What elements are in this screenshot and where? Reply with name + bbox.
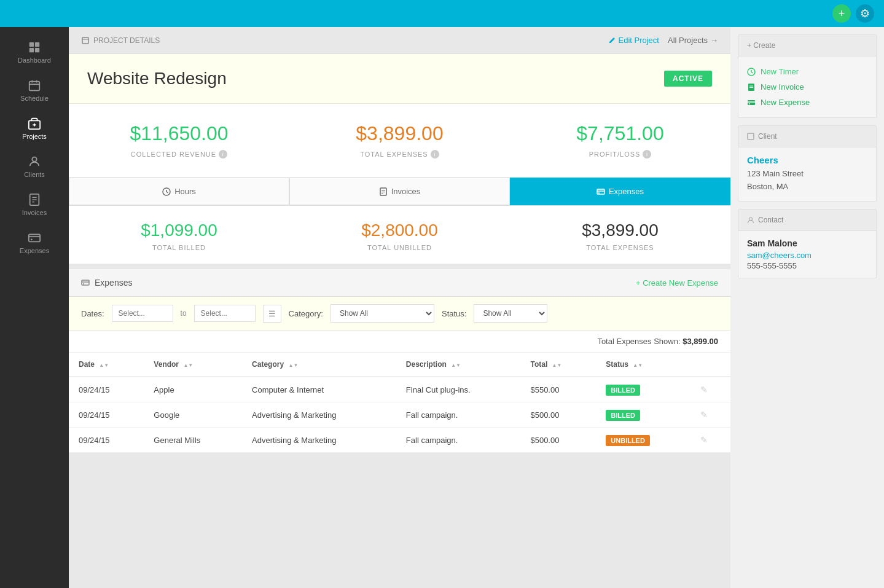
sub-stat-unbilled: $2,800.00 TOTAL UNBILLED [289,221,510,251]
profit-loss-label: PROFIT/LOSS i [510,150,730,159]
sub-stats-row: $1,099.00 TOTAL BILLED $2,800.00 TOTAL U… [69,206,730,264]
sidebar-item-dashboard[interactable]: Dashboard [0,33,69,71]
client-panel: Client Cheers 123 Main StreetBoston, MA [738,125,877,202]
add-button[interactable]: + [832,4,851,23]
new-timer-link[interactable]: New Timer [747,64,867,79]
sidebar-expenses-label: Expenses [20,247,49,254]
calendar-icon-button[interactable]: ☰ [263,305,281,323]
breadcrumb-text: PROJECT DETAILS [93,36,160,45]
status-filter-select[interactable]: Show All Billed Unbilled [474,304,547,323]
svg-point-31 [598,192,600,194]
cell-total: $500.00 [520,402,596,428]
create-panel-body: New Timer New Invoice New Expense [738,57,876,117]
col-status[interactable]: Status ▲▼ [596,353,690,377]
stats-row: $11,650.00 COLLECTED REVENUE i $3,899.00… [69,104,730,178]
svg-point-19 [31,238,33,240]
cell-edit[interactable]: ✎ [690,377,730,402]
date-to-input[interactable] [194,305,256,322]
svg-point-34 [83,283,84,284]
cell-edit[interactable]: ✎ [690,428,730,453]
sub-stat-unbilled-label: TOTAL UNBILLED [289,244,510,251]
new-invoice-link[interactable]: New Invoice [747,79,867,95]
project-header-actions: Edit Project All Projects → [608,36,718,45]
create-expense-link[interactable]: + Create New Expense [636,278,718,288]
profit-loss-value: $7,751.00 [510,122,730,145]
contact-email[interactable]: sam@cheers.com [747,251,867,260]
edit-icon[interactable]: ✎ [700,385,708,394]
project-title: Website Redesign [87,69,227,88]
svg-rect-44 [748,133,754,139]
main-content: PROJECT DETAILS Edit Project All Project… [69,27,730,588]
status-badge-billed: BILLED [606,385,640,396]
contact-panel-header: Contact [738,210,876,231]
contact-name: Sam Malone [747,238,867,248]
cell-status: BILLED [596,402,690,428]
sidebar-item-expenses[interactable]: Expenses [0,224,69,262]
sidebar-item-invoices[interactable]: Invoices [0,186,69,224]
new-invoice-label: New Invoice [761,82,804,92]
col-description[interactable]: Description ▲▼ [396,353,521,377]
svg-rect-29 [597,189,604,194]
svg-rect-32 [82,280,89,285]
col-total[interactable]: Total ▲▼ [520,353,596,377]
sidebar-item-projects[interactable]: Projects [0,109,69,147]
top-nav-actions: + ⚙ [832,4,874,23]
dates-filter-label: Dates: [81,309,104,318]
col-date[interactable]: Date ▲▼ [69,353,144,377]
all-projects-link[interactable]: All Projects → [668,36,718,45]
stat-collected-revenue: $11,650.00 COLLECTED REVENUE i [69,122,289,159]
sidebar-item-schedule[interactable]: Schedule [0,71,69,109]
table-row: 09/24/15 General Mills Advertising & Mar… [69,428,730,453]
sidebar-item-clients[interactable]: Clients [0,147,69,186]
cell-category: Computer & Internet [242,377,396,402]
client-panel-body: Cheers 123 Main StreetBoston, MA [738,147,876,201]
tab-expenses[interactable]: Expenses [510,178,730,205]
cell-status: UNBILLED [596,428,690,453]
edit-icon[interactable]: ✎ [700,410,708,420]
sub-stat-total-label: TOTAL EXPENSES [510,244,730,251]
filters-row: Dates: to ☰ Category: Show All Computer … [69,297,730,331]
sidebar-schedule-label: Schedule [20,95,49,102]
client-name[interactable]: Cheers [747,155,867,165]
collected-revenue-info-icon: i [219,150,227,159]
cell-vendor: Apple [144,377,242,402]
expenses-table: Date ▲▼ Vendor ▲▼ Category ▲▼ Descriptio… [69,353,730,453]
expenses-section-title: Expenses [95,278,132,288]
expenses-header-left: Expenses [81,278,132,288]
col-vendor[interactable]: Vendor ▲▼ [144,353,242,377]
status-badge-unbilled: UNBILLED [606,435,650,446]
sidebar-projects-label: Projects [22,133,47,140]
svg-rect-1 [29,42,34,47]
settings-button[interactable]: ⚙ [856,4,874,23]
edit-project-link[interactable]: Edit Project [608,36,659,45]
tab-invoices[interactable]: Invoices [289,178,510,205]
sub-stat-billed: $1,099.00 TOTAL BILLED [69,221,289,251]
col-category[interactable]: Category ▲▼ [242,353,396,377]
collected-revenue-label: COLLECTED REVENUE i [69,150,289,159]
total-expenses-info-icon: i [431,150,439,159]
contact-panel-body: Sam Malone sam@cheers.com 555-555-5555 [738,231,876,278]
cell-total: $500.00 [520,428,596,453]
date-from-input[interactable] [112,305,173,322]
top-nav: + ⚙ [0,0,884,27]
new-expense-label: New Expense [761,98,810,107]
svg-line-37 [751,72,753,73]
sidebar-clients-label: Clients [24,171,45,178]
project-title-section: Website Redesign ACTIVE [69,54,730,104]
project-main: Website Redesign ACTIVE $11,650.00 COLLE… [69,54,730,588]
edit-icon[interactable]: ✎ [700,435,708,445]
status-badge: ACTIVE [664,71,712,87]
cell-description: Final Cut plug-ins. [396,377,521,402]
sub-stat-total-expenses: $3,899.00 TOTAL EXPENSES [510,221,730,251]
svg-rect-4 [35,48,39,52]
new-expense-link[interactable]: New Expense [747,95,867,110]
client-panel-header: Client [738,126,876,147]
category-filter-select[interactable]: Show All Computer & Internet Advertising… [331,304,434,323]
cell-vendor: General Mills [144,428,242,453]
cell-vendor: Google [144,402,242,428]
stat-profit-loss: $7,751.00 PROFIT/LOSS i [510,122,730,159]
sidebar-dashboard-label: Dashboard [18,57,51,64]
expenses-section: Expenses + Create New Expense Dates: to … [69,264,730,453]
tab-hours[interactable]: Hours [69,178,289,205]
cell-edit[interactable]: ✎ [690,402,730,428]
